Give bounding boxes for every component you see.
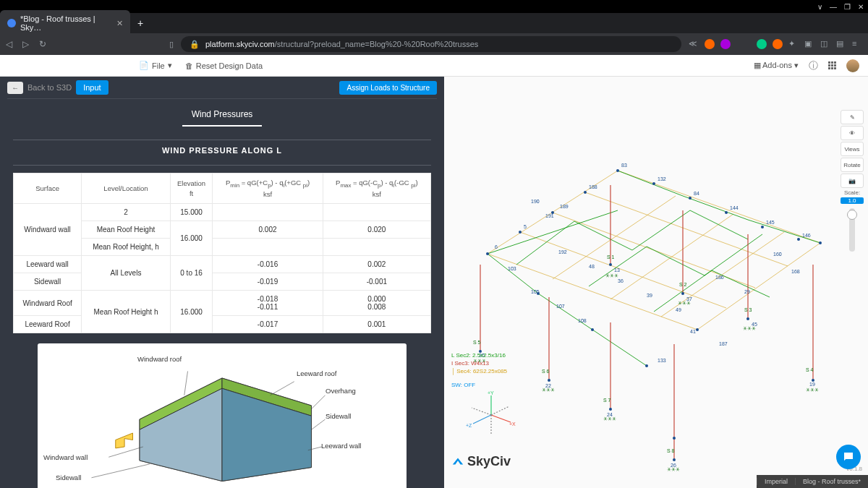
back-to-s3d-link[interactable]: Back to S3D [27,83,72,92]
svg-point-57 [761,226,764,228]
svg-point-70 [681,292,684,295]
svg-text:S 1: S 1 [607,254,615,260]
svg-text:S 6: S 6 [542,369,550,374]
share-icon[interactable]: ≪ [689,39,699,49]
back-button[interactable]: ← [7,82,23,94]
ext-icon-5[interactable]: ✦ [788,39,799,49]
status-model[interactable]: Blog - Roof trusses* [795,478,868,485]
svg-line-25 [592,330,647,366]
vp-scale-value: 1.0 [841,197,864,204]
svg-text:S 2: S 2 [679,282,687,287]
file-menu[interactable]: 📄 File ▾ [139,61,172,70]
svg-line-11 [109,447,143,457]
reset-button[interactable]: 🗑 Reset Design Data [185,61,263,70]
svg-point-52 [584,191,587,194]
input-tab[interactable]: Input [76,80,108,95]
svg-text:13: 13 [614,267,620,273]
svg-text:29: 29 [744,289,750,294]
svg-text:146: 146 [802,233,811,238]
svg-line-23 [488,254,538,294]
svg-text:84: 84 [694,191,699,196]
svg-text:6: 6 [495,244,498,249]
vp-views-button[interactable]: Views [841,142,864,156]
ext-icon-1[interactable] [705,39,715,49]
skyciv-logo: SkyCiv [451,454,511,469]
svg-line-33 [632,210,690,250]
svg-text:+Y: +Y [488,390,494,395]
svg-line-14 [618,171,820,243]
svg-text:191: 191 [545,213,554,218]
svg-point-58 [797,238,800,241]
vp-eye-button[interactable]: 👁 [841,126,864,140]
svg-line-27 [553,210,618,232]
svg-text:160: 160 [773,252,782,257]
nav-forward-icon[interactable]: ▷ [22,39,29,49]
ext-icon-3[interactable] [757,39,767,49]
svg-text:192: 192 [558,249,567,254]
svg-line-21 [610,214,733,299]
nav-back-icon[interactable]: ◁ [6,39,12,49]
assign-loads-button[interactable]: Assign Loads to Structure [339,81,437,95]
favicon-icon [7,19,16,27]
menu-icon[interactable]: ≡ [852,39,862,49]
panel-icon[interactable]: ◫ [820,39,830,49]
svg-text:187: 187 [719,341,728,346]
svg-text:41: 41 [690,329,696,334]
axis-gizmo[interactable]: +Y +X +Z [466,390,516,440]
svg-text:⚹⚹⚹: ⚹⚹⚹ [603,416,616,421]
status-units[interactable]: Imperial [757,478,795,485]
bookmark-icon[interactable]: ▯ [169,40,174,49]
svg-text:⚹⚹⚹: ⚹⚹⚹ [743,325,756,330]
th-pmax: Pmax = qG(-Cp) - qi(-GC pi)ksf [323,174,430,204]
tab-close-icon[interactable]: ✕ [116,20,123,27]
sw-toggle[interactable]: SW: OFF [451,382,475,388]
vp-edit-button[interactable]: ✎ [841,110,864,124]
viewport[interactable]: 20222426 19453713 65189188 8313284144 14… [444,77,868,488]
vp-rotate-button[interactable]: Rotate [841,158,864,172]
user-avatar[interactable] [846,59,859,72]
window-minimize-icon[interactable]: ∨ [817,3,822,11]
addons-menu[interactable]: ▦ Add-ons ▾ [754,61,799,70]
svg-text:⚹⚹⚹: ⚹⚹⚹ [806,387,819,392]
th-pmin: Pmin = qG(+Cp) - qi(+GC pi)ksf [213,174,323,204]
window-restore-icon[interactable]: ❐ [844,3,851,11]
browser-tab[interactable]: *Blog - Roof trusses | Sky… ✕ [0,10,130,36]
svg-text:144: 144 [730,205,739,210]
window-min-icon[interactable]: — [830,3,837,11]
vp-scale-slider[interactable] [849,208,855,252]
reader-icon[interactable]: ▤ [836,39,846,49]
help-icon[interactable]: ⓘ [809,59,818,72]
label-windward-roof: Windward roof [137,355,182,363]
svg-line-34 [690,210,748,239]
svg-text:108: 108 [578,318,587,323]
left-panel: ← Back to S3D Input Assign Loads to Stru… [0,77,444,488]
file-icon: 📄 [139,61,149,70]
window-close-icon[interactable]: ✕ [858,3,864,11]
svg-marker-5 [116,433,133,448]
svg-line-19 [585,192,788,266]
ext-icon-2[interactable] [720,39,731,49]
wind-pressure-table: Surface Level/Location Elevation ft Pmin… [13,173,431,333]
svg-text:⚹⚹⚹: ⚹⚹⚹ [605,273,618,278]
chat-button[interactable] [836,445,861,469]
svg-point-55 [689,197,692,200]
svg-text:⚹⚹⚹: ⚹⚹⚹ [678,300,691,305]
nav-reload-icon[interactable]: ↻ [39,39,46,49]
ext-icon-6[interactable]: ▣ [804,39,814,49]
lock-icon: 🔒 [190,40,200,49]
new-tab-button[interactable]: + [130,17,150,29]
svg-line-24 [538,294,592,330]
svg-text:S 5: S 5 [473,340,481,345]
svg-point-69 [609,263,612,266]
ext-icon-4[interactable] [773,39,783,49]
apps-grid-icon[interactable] [828,61,836,69]
vp-camera-button[interactable]: 📷 [841,174,864,188]
svg-line-133 [491,406,509,415]
vp-scale-label: Scale: [841,189,864,196]
svg-point-50 [519,231,522,234]
label-overhang: Overhang [326,387,356,395]
svg-text:5: 5 [524,224,527,229]
address-bar[interactable]: 🔒 platform.skyciv.com/structural?preload… [181,36,681,52]
svg-line-32 [574,221,632,250]
svg-line-6 [184,372,188,395]
